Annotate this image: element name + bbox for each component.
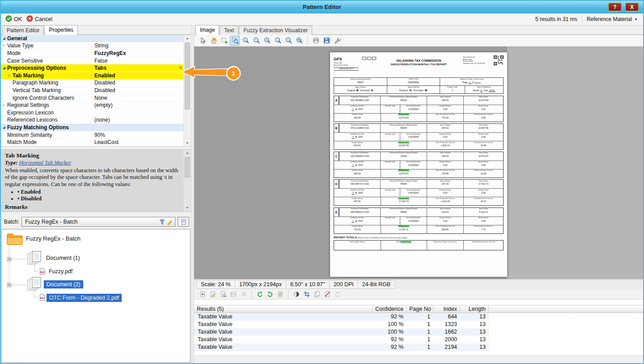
left-tab-strip: Pattern EditorProperties [1, 25, 191, 35]
zoom-out-icon[interactable]: − [251, 36, 261, 46]
tree-expander-icon[interactable] [7, 283, 11, 287]
match-highlight: Taxable Value [398, 169, 409, 171]
document-preview[interactable]: GPX Form 300 Revised 10-2014 -OFFICE USE… [330, 52, 507, 277]
expand-icon[interactable]: ▷ [1, 44, 7, 47]
zoom-fit-page-icon[interactable]: □ [284, 36, 293, 46]
ok-button[interactable]: OK [5, 15, 22, 23]
chevron-down-icon: ▼ [634, 17, 638, 21]
result-row[interactable]: Taxable Value92 %1200013 [194, 336, 489, 343]
scroll-up-icon[interactable]: ▲ [184, 150, 191, 157]
collapse-icon[interactable]: ◢ [1, 37, 7, 40]
tree-root-label[interactable]: Fuzzy RegEx - Batch [26, 235, 80, 242]
result-index: 1323 [433, 321, 460, 328]
pointer-icon[interactable] [198, 36, 208, 46]
result-row[interactable]: Taxable Value100 %1166213 [194, 328, 489, 336]
help-button[interactable]: ? [608, 3, 622, 11]
collapse-icon[interactable]: ◢ [1, 126, 7, 129]
cancel-button[interactable]: Cancel [26, 15, 52, 23]
pdf-file-icon: PDF [39, 294, 46, 302]
zoom-actual-size-icon[interactable]: 1 [262, 36, 272, 46]
property-row-regional-settings[interactable]: ▷Regional Settings(empty) [1, 102, 183, 109]
edit-batch-icon[interactable] [166, 219, 173, 225]
tree-file-fuzzy-pdf[interactable]: Fuzzy.pdf [47, 268, 75, 275]
office-use-label: -OFFICE USE ONLY- [334, 68, 359, 71]
property-row-referenced-lexicons[interactable]: Referenced Lexicons(none) [1, 117, 183, 124]
invert-colors-icon[interactable] [292, 289, 301, 299]
deskew-page-icon[interactable] [322, 289, 332, 299]
property-row-ignore-control-characters[interactable]: Ignore Control CharactersNone [1, 94, 183, 102]
close-button[interactable]: X [625, 3, 639, 11]
column-header-index[interactable]: Index [433, 305, 460, 313]
panel-splitter[interactable] [191, 25, 194, 363]
crop-icon[interactable] [302, 289, 311, 299]
expand-icon[interactable]: ▷ [1, 103, 7, 107]
filter-icon[interactable] [159, 219, 165, 225]
tab-fuzzy-extraction-visualizer[interactable]: Fuzzy Extraction Visualizer [239, 25, 312, 35]
tree-item-document-2[interactable]: Document (2) [44, 280, 83, 288]
results-title: Results (5) [194, 305, 373, 313]
result-row[interactable]: Taxable Value100 %1132313 [194, 321, 489, 328]
window-title: Pattern Editor [1, 4, 643, 10]
property-row-case-sensitive[interactable]: Case SensitiveFalse [1, 57, 183, 65]
batch-document-button[interactable] [178, 217, 189, 227]
scroll-thumb[interactable] [185, 42, 190, 110]
property-row-general[interactable]: ◢General [1, 35, 183, 42]
property-name: Ignore Control Characters [13, 95, 91, 101]
tab-text[interactable]: Text [220, 25, 238, 35]
hand-icon[interactable] [208, 36, 218, 46]
refresh-page-icon[interactable] [275, 289, 285, 299]
scroll-down-icon[interactable]: ▼ [184, 205, 191, 212]
column-header-confidence[interactable]: Confidence [373, 305, 407, 313]
duplicate-page-icon[interactable] [312, 289, 322, 299]
zoom-percent-icon[interactable]: % [294, 36, 304, 46]
property-row-mode[interactable]: ModeFuzzyRegEx [1, 50, 183, 57]
column-header-page-no[interactable]: Page No [407, 305, 433, 313]
column-header-length[interactable]: Length [460, 305, 489, 313]
select-region-icon[interactable] [219, 36, 229, 46]
property-row-fuzzy-matching-options[interactable]: ◢Fuzzy Matching Options [1, 124, 183, 131]
save-image-icon[interactable] [322, 36, 331, 46]
property-row-match-mode[interactable]: Match ModeLeastCost [1, 139, 183, 146]
property-row-expression-lexicon[interactable]: Expression Lexicon [1, 109, 183, 117]
edit-page-icon[interactable] [208, 289, 217, 299]
property-row-preprocessing-options[interactable]: ◢Preprocessing OptionsTabs≡ [1, 64, 183, 72]
collapse-icon[interactable]: ◢ [1, 66, 7, 70]
tab-image[interactable]: Image [195, 25, 219, 35]
property-row-tab-marking[interactable]: ▷Tab MarkingEnabled [1, 72, 183, 80]
zoom-fit-width-icon[interactable]: ↔ [273, 36, 283, 46]
rotate-right-icon[interactable] [265, 289, 275, 299]
insert-page-icon[interactable] [198, 289, 207, 299]
property-row-value-type[interactable]: ▷Value TypeString [1, 42, 183, 50]
viewer-canvas[interactable]: GPX Form 300 Revised 10-2014 -OFFICE USE… [194, 47, 643, 279]
reference-material-dropdown[interactable]: Reference Material ▼ [587, 16, 638, 22]
tab-properties[interactable]: Properties [44, 25, 78, 35]
batch-combo[interactable]: Fuzzy RegEx - Batch [21, 217, 175, 227]
property-grid-scrollbar[interactable]: ▲ ▼ [183, 35, 191, 146]
property-value: Disabled [91, 80, 183, 86]
property-row-paragraph-marking[interactable]: Paragraph MarkingDisabled [1, 80, 183, 87]
horizontal-scrollbar-track[interactable] [194, 356, 643, 363]
zoom-region-icon[interactable] [230, 36, 240, 46]
property-name: Value Type [7, 42, 91, 49]
result-index: 2194 [433, 343, 460, 351]
scroll-up-icon[interactable]: ▲ [184, 35, 191, 42]
tree-item-document-1[interactable]: Document (1) [44, 254, 82, 262]
help-scrollbar[interactable]: ▲ ▼ [183, 150, 191, 212]
scroll-down-icon[interactable]: ▼ [184, 140, 191, 146]
help-type-link[interactable]: Horizontal Tab Marker [19, 160, 71, 166]
result-row[interactable]: Taxable Value92 %1219413 [194, 343, 489, 351]
zoom-in-icon[interactable]: + [241, 36, 250, 46]
expand-icon[interactable]: ▷ [6, 74, 13, 77]
result-row[interactable]: Taxable Value92 %164413 [194, 313, 489, 321]
tree-expander-icon[interactable] [7, 257, 11, 261]
extract-page-icon[interactable] [218, 289, 228, 299]
advanced-tools-icon[interactable] [332, 36, 342, 46]
property-row-minimum-similarity[interactable]: Minimum Similarity90% [1, 131, 183, 139]
tab-pattern-editor[interactable]: Pattern Editor [2, 25, 44, 35]
print-icon[interactable] [311, 36, 321, 46]
scroll-thumb[interactable] [185, 157, 190, 178]
property-row-vertical-tab-marking[interactable]: Vertical Tab MarkingDisabled [1, 87, 183, 94]
rotate-left-icon[interactable] [255, 289, 264, 299]
row-menu-icon[interactable]: ≡ [179, 65, 182, 70]
tree-file-otc-form-degraded-2-pdf[interactable]: OTC Form - Degraded 2.pdf [47, 294, 122, 302]
